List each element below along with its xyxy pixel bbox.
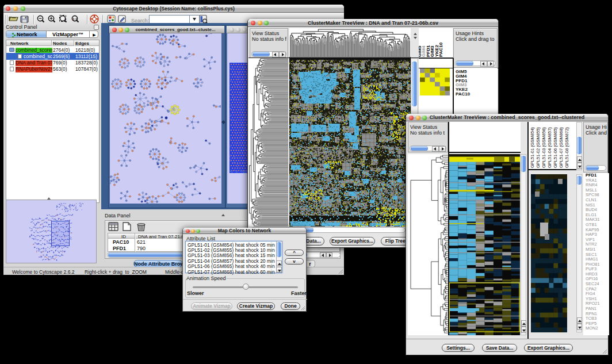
svg-text:GPL51-04 (GSM857): GPL51-04 (GSM857) — [547, 127, 552, 168]
svg-text:GPL51-06 (GSM865): GPL51-06 (GSM865) — [553, 127, 558, 168]
svg-text:GPL51-02 (GSM855): GPL51-02 (GSM855) — [536, 127, 541, 168]
svg-text:GPL51-08 (GSM872): GPL51-08 (GSM872) — [564, 127, 569, 168]
svg-text:GPL51-03 (GSM856): GPL51-03 (GSM856) — [541, 127, 546, 168]
svg-text:GPL51-07 (GSM868): GPL51-07 (GSM868) — [559, 127, 564, 168]
svg-text:1:1: 1:1 — [72, 17, 77, 21]
svg-text:PAC10: PAC10 — [438, 42, 443, 57]
svg-text:GPL51-01 (GSM854): GPL51-01 (GSM854) — [530, 127, 535, 168]
